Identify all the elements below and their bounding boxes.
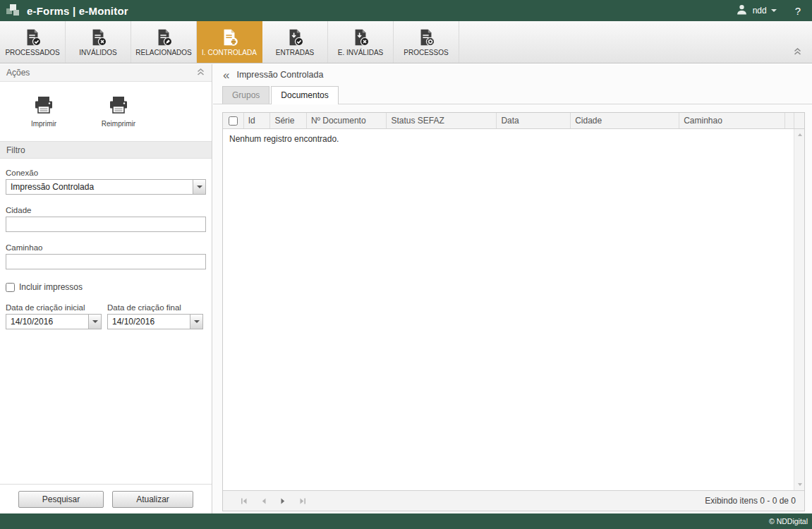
toolbar-item-invalidos[interactable]: INVÁLIDOS — [66, 21, 131, 63]
reimprimir-label: Reimprimir — [102, 120, 135, 128]
document-check-icon — [23, 28, 42, 47]
collapse-sidebar-icon[interactable]: « — [223, 69, 229, 81]
main-content: « Impressão Controlada Grupos Documentos… — [213, 64, 812, 513]
reimprimir-button[interactable]: Reimprimir — [92, 95, 145, 128]
toolbar-item-i-controlada[interactable]: I. CONTROLADA — [197, 21, 262, 63]
app-title: e-Forms | e-Monitor — [27, 5, 128, 17]
imprimir-button[interactable]: Imprimir — [17, 95, 71, 128]
next-page-icon[interactable] — [279, 497, 287, 505]
column-header-serie[interactable]: Série — [270, 113, 306, 128]
pesquisar-button[interactable]: Pesquisar — [18, 491, 104, 508]
app-window: e-Forms | e-Monitor ndd ? PROCESSADOS IN… — [0, 0, 812, 529]
actions-row: Imprimir Reimprimir — [0, 82, 212, 141]
column-header-id[interactable]: Id — [244, 113, 271, 128]
sidebar-footer: Pesquisar Atualizar — [0, 484, 212, 513]
cidade-label: Cidade — [6, 206, 206, 214]
incluir-impressos-checkbox[interactable] — [6, 283, 15, 292]
user-icon — [736, 4, 748, 18]
toolbar-item-label: PROCESSADOS — [5, 49, 59, 56]
toolbar-item-label: ENTRADAS — [276, 49, 314, 56]
previous-page-icon[interactable] — [260, 497, 267, 505]
actions-collapse-icon[interactable] — [196, 68, 205, 78]
first-page-icon[interactable] — [240, 497, 248, 505]
filter-panel-title: Filtro — [6, 145, 25, 155]
column-header-status-sefaz[interactable]: Status SEFAZ — [387, 113, 497, 128]
toolbar-collapse-icon[interactable] — [793, 46, 802, 59]
atualizar-button[interactable]: Atualizar — [112, 491, 193, 508]
data-inicial-dropdown-button[interactable] — [88, 315, 101, 329]
dates-row: Data de criação inicial 14/10/2016 Data … — [6, 296, 206, 329]
last-page-icon[interactable] — [299, 497, 307, 505]
grid-body: Nenhum registro encontrado. — [223, 129, 804, 490]
caret-down-icon — [771, 9, 777, 15]
data-final-label: Data de criação final — [107, 303, 203, 312]
top-bar-right: ndd ? — [736, 4, 801, 18]
toolbar-item-entradas[interactable]: ENTRADAS — [262, 21, 328, 63]
pager — [240, 497, 307, 505]
bottom-bar: © NDDigital — [0, 513, 812, 529]
incluir-impressos-row: Incluir impressos — [6, 282, 206, 292]
conexao-dropdown-button[interactable] — [193, 180, 205, 194]
document-arrow-x-icon — [351, 28, 370, 47]
toolbar-item-label: E. INVÁLIDAS — [338, 49, 383, 56]
actions-panel-header: Ações — [0, 64, 212, 82]
cidade-input[interactable] — [6, 217, 206, 232]
sidebar-spacer — [0, 329, 212, 484]
user-name: ndd — [753, 6, 767, 16]
data-inicial-label: Data de criação inicial — [6, 303, 102, 312]
document-arrow-check-icon — [286, 28, 304, 47]
data-final-picker[interactable]: 14/10/2016 — [107, 314, 203, 329]
select-all-checkbox[interactable] — [229, 116, 238, 126]
filter-form: Conexão Impressão Controlada Cidade Cami… — [0, 159, 212, 329]
column-header-caminhao[interactable]: Caminhao — [679, 113, 785, 128]
conexao-value: Impressão Controlada — [11, 182, 94, 192]
document-x-icon — [89, 28, 107, 47]
sidebar: Ações Imprimir Reimprimir Filtro — [0, 64, 212, 513]
column-header-filler — [785, 113, 794, 128]
toolbar-item-label: I. CONTROLADA — [202, 49, 257, 56]
printer-icon — [108, 95, 129, 118]
tab-grupos[interactable]: Grupos — [222, 86, 269, 104]
vertical-scrollbar[interactable] — [794, 129, 804, 490]
imprimir-label: Imprimir — [31, 120, 56, 128]
caret-down-icon — [197, 186, 202, 191]
data-inicial-picker[interactable]: 14/10/2016 — [6, 314, 102, 329]
app-logo — [6, 4, 20, 18]
toolbar-item-e-invalidas[interactable]: E. INVÁLIDAS — [328, 21, 394, 63]
caminhao-label: Caminhao — [6, 243, 206, 252]
scroll-up-icon[interactable] — [794, 130, 804, 140]
user-menu[interactable]: ndd — [753, 6, 777, 16]
toolbar-item-processos[interactable]: PROCESSOS — [394, 21, 459, 63]
grid-header: Id Série Nº Documento Status SEFAZ Data … — [223, 113, 804, 129]
grid-footer: Exibindo itens 0 - 0 de 0 — [223, 490, 804, 511]
caret-down-icon — [194, 320, 200, 326]
documents-grid: Id Série Nº Documento Status SEFAZ Data … — [222, 112, 805, 511]
tab-documentos[interactable]: Documentos — [271, 86, 338, 104]
empty-message: Nenhum registro encontrado. — [229, 134, 339, 144]
document-gear-icon — [417, 28, 435, 47]
help-button[interactable]: ? — [795, 5, 801, 17]
caminhao-input[interactable] — [6, 254, 206, 269]
scroll-down-icon[interactable] — [794, 480, 804, 490]
document-print-icon — [220, 28, 238, 47]
top-bar: e-Forms | e-Monitor ndd ? — [0, 0, 812, 21]
conexao-select[interactable]: Impressão Controlada — [6, 179, 206, 195]
column-header-data[interactable]: Data — [497, 113, 571, 128]
conexao-label: Conexão — [6, 169, 206, 177]
tab-strip: Grupos Documentos — [213, 85, 812, 104]
data-final-value: 14/10/2016 — [112, 317, 154, 327]
data-final-dropdown-button[interactable] — [190, 315, 202, 329]
column-header-n-documento[interactable]: Nº Documento — [307, 113, 387, 128]
toolbar-item-label: INVÁLIDOS — [79, 49, 116, 56]
select-all-cell — [223, 113, 244, 128]
copyright-text: © NDDigital — [769, 517, 808, 525]
toolbar-item-processados[interactable]: PROCESSADOS — [0, 21, 66, 63]
toolbar-item-relacionados[interactable]: RELACIONADOS — [131, 21, 197, 63]
main-header: « Impressão Controlada — [213, 64, 812, 85]
ribbon-toolbar: PROCESSADOS INVÁLIDOS RELACIONADOS I. CO… — [0, 21, 812, 63]
pagination-status: Exibindo itens 0 - 0 de 0 — [705, 496, 796, 506]
incluir-impressos-label: Incluir impressos — [19, 282, 83, 292]
actions-panel-title: Ações — [6, 68, 30, 78]
page-title: Impressão Controlada — [236, 70, 323, 80]
column-header-cidade[interactable]: Cidade — [571, 113, 679, 128]
